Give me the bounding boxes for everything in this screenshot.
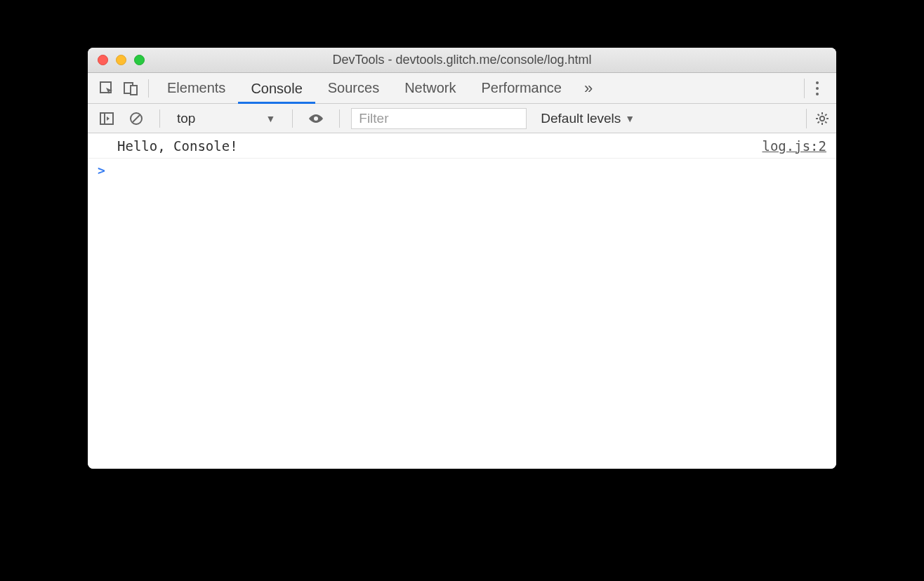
- log-levels-label: Default levels: [541, 111, 621, 126]
- more-options-button[interactable]: [804, 79, 829, 98]
- svg-line-15: [818, 121, 819, 123]
- divider: [159, 109, 160, 128]
- log-entry: Hello, Console! log.js:2: [88, 133, 836, 159]
- console-settings-button[interactable]: [806, 109, 829, 128]
- close-window-button[interactable]: [98, 55, 108, 65]
- toggle-device-toolbar-icon[interactable]: [119, 76, 143, 100]
- devtools-window: DevTools - devtools.glitch.me/console/lo…: [88, 48, 836, 469]
- tab-network[interactable]: Network: [392, 73, 468, 104]
- svg-rect-2: [131, 86, 137, 95]
- gear-icon: [815, 112, 829, 126]
- chevron-down-icon: ▼: [625, 113, 635, 124]
- svg-line-13: [818, 114, 819, 115]
- live-expression-icon[interactable]: [304, 107, 328, 131]
- tab-performance[interactable]: Performance: [469, 73, 575, 104]
- chevron-down-icon: ▼: [265, 113, 275, 124]
- window-title: DevTools - devtools.glitch.me/console/lo…: [88, 53, 836, 67]
- svg-point-7: [314, 116, 318, 121]
- console-output: Hello, Console! log.js:2 >: [88, 133, 836, 469]
- divider: [292, 109, 293, 128]
- execution-context-select[interactable]: top ▼: [171, 111, 281, 126]
- tab-sources[interactable]: Sources: [315, 73, 392, 104]
- inspect-element-icon[interactable]: [95, 76, 119, 100]
- prompt-caret-icon: >: [98, 163, 105, 178]
- console-prompt[interactable]: >: [88, 159, 836, 181]
- clear-console-icon[interactable]: [124, 107, 148, 131]
- console-toolbar: top ▼ Default levels ▼: [88, 104, 836, 133]
- tab-elements[interactable]: Elements: [154, 73, 238, 104]
- log-source-link[interactable]: log.js:2: [762, 138, 826, 154]
- tab-console[interactable]: Console: [238, 73, 315, 104]
- toggle-console-sidebar-icon[interactable]: [95, 107, 119, 131]
- svg-line-14: [825, 121, 826, 123]
- titlebar: DevTools - devtools.glitch.me/console/lo…: [88, 48, 836, 73]
- traffic-lights: [88, 55, 145, 65]
- filter-input[interactable]: [351, 108, 527, 129]
- main-tabstrip: Elements Console Sources Network Perform…: [88, 73, 836, 104]
- svg-point-8: [820, 116, 824, 120]
- divider: [148, 79, 149, 98]
- log-levels-select[interactable]: Default levels ▼: [541, 111, 635, 126]
- log-message: Hello, Console!: [98, 138, 238, 154]
- tabs-overflow-button[interactable]: »: [574, 79, 602, 98]
- zoom-window-button[interactable]: [134, 55, 145, 65]
- divider: [339, 109, 340, 128]
- minimize-window-button[interactable]: [116, 55, 126, 65]
- svg-line-16: [825, 114, 826, 115]
- execution-context-label: top: [177, 111, 195, 126]
- svg-line-6: [133, 115, 140, 122]
